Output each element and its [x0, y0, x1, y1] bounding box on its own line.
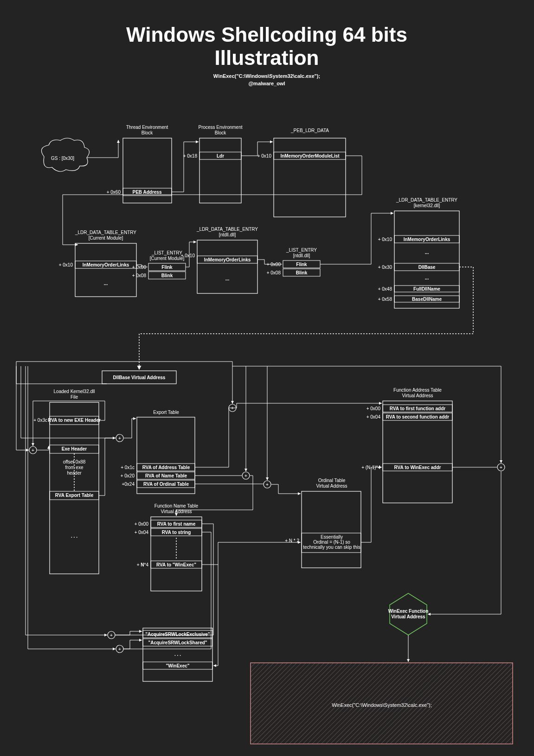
- svg-text:BaseDllName: BaseDllName: [412, 297, 442, 302]
- svg-rect-24: [394, 211, 459, 308]
- svg-text:Ordinal Table: Ordinal Table: [318, 478, 346, 483]
- svg-text:Exe Header: Exe Header: [62, 446, 87, 451]
- svg-text:+ 0x00: + 0x00: [367, 406, 381, 411]
- svg-text:Virtual Address: Virtual Address: [316, 483, 347, 489]
- svg-text:+ 0x10: + 0x10: [59, 262, 73, 267]
- author: @malware_owl: [248, 81, 285, 86]
- svg-text:_LDR_DATA_TABLE_ENTRY: _LDR_DATA_TABLE_ENTRY: [75, 230, 136, 235]
- svg-text:+ 0x1c: + 0x1c: [121, 465, 135, 470]
- list-ntdll-box: _LIST_ENTRY [ntdll.dll] Flink + 0x00 Bli…: [267, 248, 320, 276]
- svg-rect-41: [75, 243, 136, 297]
- svg-text:+ 0x08: + 0x08: [132, 273, 147, 278]
- svg-text:+: +: [110, 633, 113, 638]
- svg-text:+ 0x04: + 0x04: [135, 530, 149, 535]
- svg-text:...: ...: [104, 281, 108, 286]
- svg-text:+0x24: +0x24: [122, 482, 135, 487]
- winexec-result: WinExec Function Virtual Address: [388, 593, 429, 635]
- svg-text:RVA to string: RVA to string: [162, 530, 191, 535]
- svg-text:File: File: [71, 394, 78, 400]
- func-addr-table-box: Function Address Table Virtual Address R…: [361, 388, 452, 503]
- svg-text:DllBase: DllBase: [418, 265, 436, 270]
- svg-text:"AcquireSRWLockShared": "AcquireSRWLockShared": [148, 640, 207, 645]
- svg-text:...: ...: [225, 276, 230, 281]
- svg-text:RVA of Ordinal Table: RVA of Ordinal Table: [143, 482, 189, 487]
- svg-text:+ 0x10: + 0x10: [378, 237, 392, 242]
- svg-text:+ 0x10: + 0x10: [257, 153, 272, 159]
- svg-text:+: +: [244, 473, 247, 478]
- svg-text:+: +: [32, 448, 34, 453]
- svg-text:_LDR_DATA_TABLE_ENTRY: _LDR_DATA_TABLE_ENTRY: [396, 197, 457, 203]
- svg-text:Block: Block: [142, 130, 153, 135]
- svg-text:InMemoryOrderModuleList: InMemoryOrderModuleList: [280, 153, 340, 159]
- svg-text:+ 0x00: + 0x00: [135, 521, 149, 527]
- svg-text:Essentially: Essentially: [321, 534, 343, 540]
- svg-text:RVA to "WinExec": RVA to "WinExec": [156, 562, 196, 567]
- svg-text:+: +: [266, 482, 269, 487]
- svg-text:+ 0x48: + 0x48: [378, 286, 392, 292]
- teb-box: Thread Environment Block PEB Address + 0…: [107, 125, 172, 203]
- svg-text:+ 0x58: + 0x58: [378, 297, 392, 302]
- svg-text:offset 0x88: offset 0x88: [63, 459, 86, 464]
- svg-text:Blink: Blink: [296, 270, 308, 275]
- svg-text:"WinExec": "WinExec": [166, 663, 189, 668]
- svg-text:Block: Block: [215, 130, 226, 135]
- svg-text:RVA to WinExec addr: RVA to WinExec addr: [394, 465, 441, 470]
- svg-text:+: +: [118, 647, 121, 652]
- svg-text:PEB Address: PEB Address: [133, 190, 162, 195]
- peb-box: Process Environment Block Ldr + 0x18: [183, 125, 243, 203]
- svg-text:technically you can skip this: technically you can skip this: [303, 545, 360, 550]
- svg-text:+ 0x60: + 0x60: [107, 190, 121, 195]
- svg-text:...: ...: [425, 275, 429, 280]
- svg-text:GS :  [0x30]: GS : [0x30]: [51, 156, 74, 161]
- svg-text:InMemoryOrderLinks: InMemoryOrderLinks: [204, 257, 251, 262]
- svg-text:RVA Export Table: RVA Export Table: [55, 493, 94, 498]
- svg-text:Loaded  Kernel32.dll: Loaded Kernel32.dll: [54, 389, 95, 394]
- svg-text:RVA of Name Table: RVA of Name Table: [145, 473, 187, 478]
- svg-text:WinExec("C:\Windows\System32\c: WinExec("C:\Windows\System32\calc.exe");: [332, 702, 432, 708]
- svg-text:+ N*4: + N*4: [137, 562, 149, 567]
- svg-text:Flink: Flink: [161, 265, 173, 270]
- svg-text:[ntdll.dll]: [ntdll.dll]: [293, 253, 310, 258]
- dllbase-va-box: DllBase Virtual Address: [102, 371, 176, 384]
- svg-rect-18: [274, 138, 346, 217]
- svg-text:[Current Module]: [Current Module]: [150, 256, 185, 261]
- svg-text:Ldr: Ldr: [217, 153, 224, 159]
- svg-text:[ntdll.dll]: [ntdll.dll]: [219, 232, 236, 237]
- diagram: Windows Shellcoding 64 bits Illustration…: [0, 0, 534, 756]
- svg-text:RVA to first name: RVA to first name: [157, 521, 196, 527]
- func-name-table-box: Function Name Table Virtual Address RVA …: [135, 503, 202, 591]
- name-strings-box: "AcquireSRWLockExclusive" "AcquireSRWLoc…: [143, 628, 212, 681]
- svg-text:_LIST_ENTRY: _LIST_ENTRY: [151, 250, 182, 255]
- svg-text:+ 0x20: + 0x20: [121, 473, 135, 478]
- svg-text:+ 0x10: + 0x10: [181, 253, 195, 258]
- svg-text:header: header: [67, 470, 82, 476]
- svg-text:+: +: [500, 465, 502, 470]
- svg-text:InMemoryOrderLinks: InMemoryOrderLinks: [404, 237, 450, 242]
- svg-text:+ 0x04: + 0x04: [367, 414, 381, 419]
- ldte-current-box: _LDR_DATA_TABLE_ENTRY [Current Module] I…: [59, 230, 137, 297]
- svg-text:+ 0x08: + 0x08: [267, 270, 281, 275]
- svg-text:Blink: Blink: [161, 273, 173, 278]
- svg-text:_PEB_LDR_DATA: _PEB_LDR_DATA: [290, 128, 329, 133]
- ldte-ntdll-box: _LDR_DATA_TABLE_ENTRY [ntdll.dll] InMemo…: [181, 227, 258, 293]
- svg-text:RVA of Address Table: RVA of Address Table: [142, 465, 190, 470]
- svg-text:[Current Module]: [Current Module]: [89, 235, 123, 241]
- svg-text:+ 0x3c: + 0x3c: [33, 418, 47, 423]
- peb-ldr-box: _PEB_LDR_DATA InMemoryOrderModuleList + …: [257, 128, 346, 217]
- svg-text:. . .: . . .: [71, 534, 77, 539]
- svg-text:. . .: . . .: [174, 652, 181, 657]
- svg-text:+ 0x18: + 0x18: [183, 153, 198, 159]
- svg-text:RVA to first function addr: RVA to first function addr: [390, 406, 445, 411]
- svg-rect-124: [302, 491, 361, 568]
- loaded-k32-box: Loaded Kernel32.dll File RVA to new EXE …: [33, 389, 101, 574]
- svg-text:+ 0x30: + 0x30: [378, 265, 392, 270]
- ordinal-table-box: Ordinal Table Virtual Address Essentiall…: [285, 478, 361, 568]
- svg-text:Flink: Flink: [296, 262, 307, 267]
- gs-cloud: GS : [0x30]: [41, 138, 89, 172]
- svg-text:[kernel32.dll]: [kernel32.dll]: [414, 203, 440, 208]
- svg-text:Process Environment: Process Environment: [198, 125, 242, 130]
- title-line-2: Illustration: [215, 46, 319, 69]
- svg-text:"AcquireSRWLockExclusive": "AcquireSRWLockExclusive": [145, 632, 210, 637]
- svg-text:Virtual Address: Virtual Address: [402, 393, 433, 398]
- svg-text:WinExec Function: WinExec Function: [388, 609, 429, 614]
